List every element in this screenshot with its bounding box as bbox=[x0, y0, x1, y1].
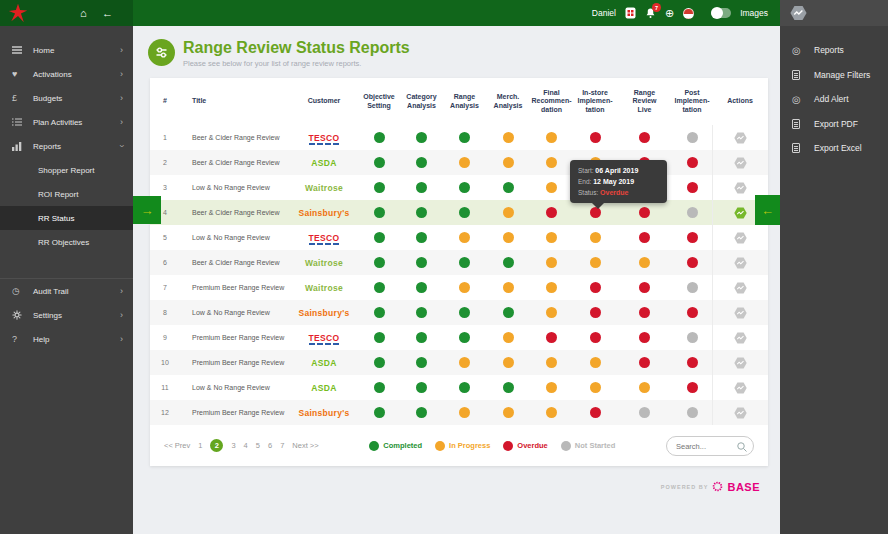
status-dot[interactable] bbox=[546, 132, 557, 143]
home-icon[interactable]: ⌂ bbox=[80, 0, 87, 26]
status-dot[interactable] bbox=[374, 332, 385, 343]
table-row[interactable]: 4Beer & Cider Range ReviewSainsbury's bbox=[150, 200, 768, 225]
status-dot[interactable] bbox=[546, 282, 557, 293]
table-row[interactable]: 3Low & No Range ReviewWaitrose bbox=[150, 175, 768, 200]
panel-item-export-excel[interactable]: Export Excel bbox=[780, 136, 888, 161]
status-dot[interactable] bbox=[687, 332, 698, 343]
user-name[interactable]: Daniel bbox=[592, 8, 616, 18]
table-row[interactable]: 1Beer & Cider Range ReviewTESCO bbox=[150, 125, 768, 150]
status-dot[interactable] bbox=[503, 382, 514, 393]
actions-icon[interactable] bbox=[712, 275, 768, 300]
sidebar-item-audit-trail[interactable]: ◷ Audit Trail › bbox=[0, 279, 133, 303]
actions-icon[interactable] bbox=[712, 375, 768, 400]
panel-item-manage-filters[interactable]: Manage Filters bbox=[780, 63, 888, 88]
sidebar-subitem-roi-report[interactable]: ROI Report bbox=[0, 182, 133, 206]
status-dot[interactable] bbox=[503, 357, 514, 368]
status-dot[interactable] bbox=[374, 307, 385, 318]
status-dot[interactable] bbox=[546, 382, 557, 393]
table-row[interactable]: 11Low & No Range ReviewASDA bbox=[150, 375, 768, 400]
status-dot[interactable] bbox=[503, 332, 514, 343]
status-dot[interactable] bbox=[459, 157, 470, 168]
status-dot[interactable] bbox=[590, 332, 601, 343]
status-dot[interactable] bbox=[503, 232, 514, 243]
table-row[interactable]: 9Premium Beer Range ReviewTESCO bbox=[150, 325, 768, 350]
status-dot[interactable] bbox=[416, 407, 427, 418]
sidebar-item-plan-activities[interactable]: Plan Activities › bbox=[0, 110, 133, 134]
sidebar-item-budgets[interactable]: £ Budgets › bbox=[0, 86, 133, 110]
status-dot[interactable] bbox=[416, 182, 427, 193]
status-dot[interactable] bbox=[459, 207, 470, 218]
status-dot[interactable] bbox=[459, 307, 470, 318]
status-dot[interactable] bbox=[546, 357, 557, 368]
status-dot[interactable] bbox=[546, 307, 557, 318]
status-dot[interactable] bbox=[687, 282, 698, 293]
panel-item-reports[interactable]: ◎ Reports bbox=[780, 38, 888, 63]
table-row[interactable]: 8Low & No Range ReviewSainsbury's bbox=[150, 300, 768, 325]
status-dot[interactable] bbox=[687, 257, 698, 268]
status-dot[interactable] bbox=[639, 357, 650, 368]
status-dot[interactable] bbox=[590, 357, 601, 368]
status-dot[interactable] bbox=[459, 357, 470, 368]
status-dot[interactable] bbox=[687, 232, 698, 243]
actions-icon[interactable] bbox=[712, 300, 768, 325]
status-dot[interactable] bbox=[459, 332, 470, 343]
status-dot[interactable] bbox=[687, 182, 698, 193]
status-dot[interactable] bbox=[416, 157, 427, 168]
status-dot[interactable] bbox=[416, 132, 427, 143]
status-dot[interactable] bbox=[374, 407, 385, 418]
sidebar-subitem-rr-status[interactable]: RR Status bbox=[0, 206, 133, 230]
actions-icon[interactable] bbox=[712, 350, 768, 375]
status-dot[interactable] bbox=[416, 307, 427, 318]
status-dot[interactable] bbox=[687, 207, 698, 218]
status-dot[interactable] bbox=[687, 307, 698, 318]
panel-item-export-pdf[interactable]: Export PDF bbox=[780, 112, 888, 137]
status-dot[interactable] bbox=[374, 132, 385, 143]
status-dot[interactable] bbox=[639, 282, 650, 293]
panel-item-add-alert[interactable]: ◎ Add Alert bbox=[780, 87, 888, 112]
sidebar-item-help[interactable]: ? Help › bbox=[0, 327, 133, 351]
status-dot[interactable] bbox=[503, 257, 514, 268]
table-row[interactable]: 12Premium Beer Range ReviewSainsbury's bbox=[150, 400, 768, 425]
actions-icon[interactable] bbox=[712, 400, 768, 425]
status-dot[interactable] bbox=[416, 282, 427, 293]
status-dot[interactable] bbox=[546, 232, 557, 243]
avatar-hexagon-icon[interactable] bbox=[790, 5, 807, 25]
status-dot[interactable] bbox=[416, 232, 427, 243]
search-icon[interactable] bbox=[736, 439, 748, 457]
status-dot[interactable] bbox=[416, 332, 427, 343]
status-dot[interactable] bbox=[374, 357, 385, 368]
status-dot[interactable] bbox=[416, 207, 427, 218]
actions-icon[interactable] bbox=[712, 250, 768, 275]
pagination-page[interactable]: 2 bbox=[210, 439, 223, 452]
pagination-page[interactable]: 6 bbox=[268, 441, 272, 450]
status-dot[interactable] bbox=[687, 407, 698, 418]
status-dot[interactable] bbox=[503, 157, 514, 168]
status-dot[interactable] bbox=[416, 382, 427, 393]
status-dot[interactable] bbox=[459, 182, 470, 193]
sidebar-item-home[interactable]: Home › bbox=[0, 38, 133, 62]
sidebar-item-settings[interactable]: Settings › bbox=[0, 303, 133, 327]
status-dot[interactable] bbox=[639, 307, 650, 318]
status-dot[interactable] bbox=[546, 207, 557, 218]
pagination-page[interactable]: 5 bbox=[256, 441, 260, 450]
status-dot[interactable] bbox=[590, 407, 601, 418]
images-toggle[interactable] bbox=[711, 8, 731, 18]
back-arrow-icon[interactable]: ← bbox=[102, 0, 113, 26]
pagination-page[interactable]: 7 bbox=[280, 441, 284, 450]
status-dot[interactable] bbox=[374, 182, 385, 193]
status-dot[interactable] bbox=[687, 357, 698, 368]
table-row[interactable]: 10Premium Beer Range ReviewASDA bbox=[150, 350, 768, 375]
status-dot[interactable] bbox=[503, 307, 514, 318]
status-dot[interactable] bbox=[503, 182, 514, 193]
table-row[interactable]: 5Low & No Range ReviewTESCO bbox=[150, 225, 768, 250]
status-dot[interactable] bbox=[639, 207, 650, 218]
actions-icon[interactable] bbox=[712, 125, 768, 150]
status-dot[interactable] bbox=[687, 157, 698, 168]
status-dot[interactable] bbox=[546, 182, 557, 193]
status-dot[interactable] bbox=[687, 382, 698, 393]
status-dot[interactable] bbox=[590, 307, 601, 318]
status-dot[interactable] bbox=[590, 257, 601, 268]
table-row[interactable]: 2Beer & Cider Range ReviewASDA bbox=[150, 150, 768, 175]
status-dot[interactable] bbox=[639, 257, 650, 268]
status-dot[interactable] bbox=[546, 332, 557, 343]
